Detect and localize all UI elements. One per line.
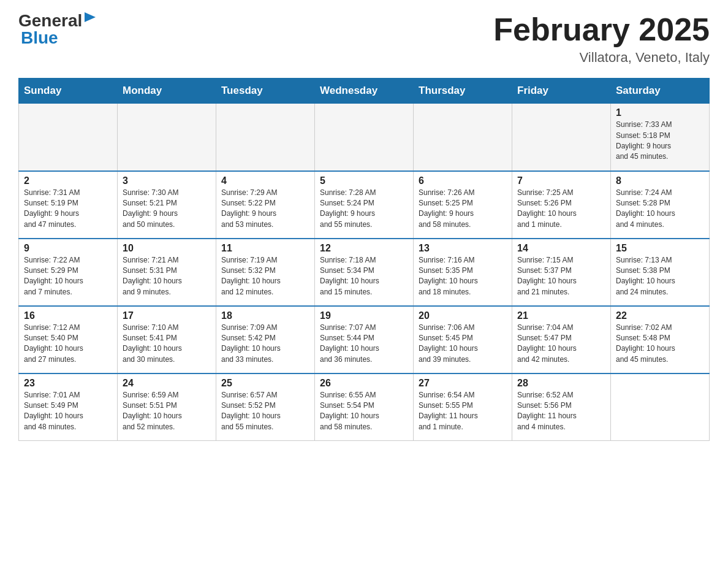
day-info: Sunrise: 7:24 AM Sunset: 5:28 PM Dayligh…: [616, 188, 704, 231]
weekday-header-friday: Friday: [512, 79, 611, 104]
day-number: 17: [123, 310, 211, 321]
weekday-header-wednesday: Wednesday: [315, 79, 414, 104]
day-number: 3: [123, 175, 211, 186]
calendar-table: SundayMondayTuesdayWednesdayThursdayFrid…: [18, 78, 710, 441]
calendar-cell: 18Sunrise: 7:09 AM Sunset: 5:42 PM Dayli…: [216, 306, 315, 373]
calendar-cell: 21Sunrise: 7:04 AM Sunset: 5:47 PM Dayli…: [512, 306, 611, 373]
calendar-week-2: 2Sunrise: 7:31 AM Sunset: 5:19 PM Daylig…: [19, 171, 710, 239]
day-info: Sunrise: 7:02 AM Sunset: 5:48 PM Dayligh…: [616, 323, 704, 366]
day-info: Sunrise: 7:33 AM Sunset: 5:18 PM Dayligh…: [616, 120, 704, 163]
day-number: 28: [517, 378, 605, 389]
day-number: 20: [419, 310, 507, 321]
page-header: General Blue February 2025 Villatora, Ve…: [18, 12, 710, 66]
month-title: February 2025: [493, 12, 710, 47]
day-info: Sunrise: 7:19 AM Sunset: 5:32 PM Dayligh…: [221, 255, 309, 298]
calendar-cell: [19, 104, 118, 171]
day-number: 7: [517, 175, 605, 186]
logo-general-text: General: [18, 12, 82, 29]
day-number: 26: [320, 378, 408, 389]
calendar-cell: 20Sunrise: 7:06 AM Sunset: 5:45 PM Dayli…: [414, 306, 512, 373]
day-info: Sunrise: 7:31 AM Sunset: 5:19 PM Dayligh…: [24, 188, 112, 231]
day-info: Sunrise: 7:09 AM Sunset: 5:42 PM Dayligh…: [221, 323, 309, 366]
day-info: Sunrise: 7:01 AM Sunset: 5:49 PM Dayligh…: [24, 390, 112, 433]
calendar-week-3: 9Sunrise: 7:22 AM Sunset: 5:29 PM Daylig…: [19, 239, 710, 306]
calendar-cell: 10Sunrise: 7:21 AM Sunset: 5:31 PM Dayli…: [118, 239, 216, 306]
calendar-cell: 3Sunrise: 7:30 AM Sunset: 5:21 PM Daylig…: [118, 171, 216, 239]
day-info: Sunrise: 6:57 AM Sunset: 5:52 PM Dayligh…: [221, 390, 309, 433]
day-number: 2: [24, 175, 112, 186]
calendar-cell: 1Sunrise: 7:33 AM Sunset: 5:18 PM Daylig…: [611, 104, 710, 171]
day-number: 9: [24, 243, 112, 254]
calendar-week-1: 1Sunrise: 7:33 AM Sunset: 5:18 PM Daylig…: [19, 104, 710, 171]
calendar-cell: 23Sunrise: 7:01 AM Sunset: 5:49 PM Dayli…: [19, 373, 118, 441]
calendar-cell: 7Sunrise: 7:25 AM Sunset: 5:26 PM Daylig…: [512, 171, 611, 239]
day-info: Sunrise: 7:25 AM Sunset: 5:26 PM Dayligh…: [517, 188, 605, 231]
svg-marker-0: [85, 12, 96, 22]
day-number: 22: [616, 310, 704, 321]
day-info: Sunrise: 7:26 AM Sunset: 5:25 PM Dayligh…: [419, 188, 507, 231]
day-info: Sunrise: 7:28 AM Sunset: 5:24 PM Dayligh…: [320, 188, 408, 231]
day-info: Sunrise: 7:29 AM Sunset: 5:22 PM Dayligh…: [221, 188, 309, 231]
day-number: 1: [616, 107, 704, 118]
calendar-cell: [512, 104, 611, 171]
day-info: Sunrise: 6:55 AM Sunset: 5:54 PM Dayligh…: [320, 390, 408, 433]
day-info: Sunrise: 6:54 AM Sunset: 5:55 PM Dayligh…: [419, 390, 507, 433]
calendar-cell: 16Sunrise: 7:12 AM Sunset: 5:40 PM Dayli…: [19, 306, 118, 373]
day-info: Sunrise: 6:59 AM Sunset: 5:51 PM Dayligh…: [123, 390, 211, 433]
day-info: Sunrise: 7:15 AM Sunset: 5:37 PM Dayligh…: [517, 255, 605, 298]
calendar-cell: 14Sunrise: 7:15 AM Sunset: 5:37 PM Dayli…: [512, 239, 611, 306]
day-info: Sunrise: 7:12 AM Sunset: 5:40 PM Dayligh…: [24, 323, 112, 366]
day-info: Sunrise: 7:22 AM Sunset: 5:29 PM Dayligh…: [24, 255, 112, 298]
calendar-week-4: 16Sunrise: 7:12 AM Sunset: 5:40 PM Dayli…: [19, 306, 710, 373]
logo-flag-icon: [83, 11, 97, 28]
weekday-header-sunday: Sunday: [19, 79, 118, 104]
day-info: Sunrise: 7:16 AM Sunset: 5:35 PM Dayligh…: [419, 255, 507, 298]
calendar-cell: 17Sunrise: 7:10 AM Sunset: 5:41 PM Dayli…: [118, 306, 216, 373]
calendar-cell: 27Sunrise: 6:54 AM Sunset: 5:55 PM Dayli…: [414, 373, 512, 441]
calendar-cell: 5Sunrise: 7:28 AM Sunset: 5:24 PM Daylig…: [315, 171, 414, 239]
calendar-cell: 4Sunrise: 7:29 AM Sunset: 5:22 PM Daylig…: [216, 171, 315, 239]
logo-blue-text: Blue: [21, 29, 58, 47]
location-text: Villatora, Veneto, Italy: [493, 50, 710, 66]
day-number: 19: [320, 310, 408, 321]
day-number: 25: [221, 378, 309, 389]
day-number: 18: [221, 310, 309, 321]
calendar-cell: 24Sunrise: 6:59 AM Sunset: 5:51 PM Dayli…: [118, 373, 216, 441]
day-number: 21: [517, 310, 605, 321]
calendar-cell: 12Sunrise: 7:18 AM Sunset: 5:34 PM Dayli…: [315, 239, 414, 306]
weekday-header-thursday: Thursday: [414, 79, 512, 104]
day-info: Sunrise: 7:06 AM Sunset: 5:45 PM Dayligh…: [419, 323, 507, 366]
calendar-cell: [315, 104, 414, 171]
calendar-cell: [216, 104, 315, 171]
day-info: Sunrise: 7:13 AM Sunset: 5:38 PM Dayligh…: [616, 255, 704, 298]
day-info: Sunrise: 7:18 AM Sunset: 5:34 PM Dayligh…: [320, 255, 408, 298]
calendar-cell: 2Sunrise: 7:31 AM Sunset: 5:19 PM Daylig…: [19, 171, 118, 239]
calendar-cell: 26Sunrise: 6:55 AM Sunset: 5:54 PM Dayli…: [315, 373, 414, 441]
calendar-cell: 11Sunrise: 7:19 AM Sunset: 5:32 PM Dayli…: [216, 239, 315, 306]
day-info: Sunrise: 6:52 AM Sunset: 5:56 PM Dayligh…: [517, 390, 605, 433]
calendar-cell: 8Sunrise: 7:24 AM Sunset: 5:28 PM Daylig…: [611, 171, 710, 239]
calendar-cell: 19Sunrise: 7:07 AM Sunset: 5:44 PM Dayli…: [315, 306, 414, 373]
day-number: 4: [221, 175, 309, 186]
title-section: February 2025 Villatora, Veneto, Italy: [493, 12, 710, 66]
calendar-cell: [118, 104, 216, 171]
day-number: 8: [616, 175, 704, 186]
weekday-header-tuesday: Tuesday: [216, 79, 315, 104]
day-number: 16: [24, 310, 112, 321]
calendar-cell: 9Sunrise: 7:22 AM Sunset: 5:29 PM Daylig…: [19, 239, 118, 306]
day-number: 12: [320, 243, 408, 254]
day-number: 14: [517, 243, 605, 254]
day-number: 27: [419, 378, 507, 389]
day-number: 13: [419, 243, 507, 254]
day-number: 11: [221, 243, 309, 254]
calendar-cell: [414, 104, 512, 171]
day-info: Sunrise: 7:07 AM Sunset: 5:44 PM Dayligh…: [320, 323, 408, 366]
day-info: Sunrise: 7:30 AM Sunset: 5:21 PM Dayligh…: [123, 188, 211, 231]
day-number: 5: [320, 175, 408, 186]
weekday-header-row: SundayMondayTuesdayWednesdayThursdayFrid…: [19, 79, 710, 104]
day-number: 15: [616, 243, 704, 254]
day-number: 6: [419, 175, 507, 186]
calendar-cell: 15Sunrise: 7:13 AM Sunset: 5:38 PM Dayli…: [611, 239, 710, 306]
calendar-cell: 25Sunrise: 6:57 AM Sunset: 5:52 PM Dayli…: [216, 373, 315, 441]
day-number: 10: [123, 243, 211, 254]
